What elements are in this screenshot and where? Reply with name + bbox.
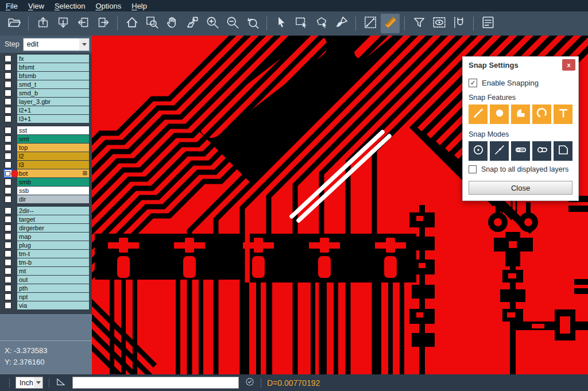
layer-row-bot[interactable]: bot⊞ [0, 169, 92, 177]
layer-checkbox[interactable] [5, 171, 10, 176]
grid-icon[interactable]: ⊞ [83, 171, 89, 176]
zoom-in-button[interactable] [203, 14, 222, 33]
angle-icon[interactable] [55, 376, 67, 390]
zoom-home-button[interactable] [122, 14, 141, 33]
layer-checkbox[interactable] [5, 302, 11, 309]
layer-checkbox[interactable] [5, 187, 11, 194]
close-icon[interactable]: x [562, 59, 575, 71]
snap-mode-contour-button[interactable] [554, 141, 572, 161]
menu-selection[interactable]: Selection [55, 2, 85, 10]
layer-row-top[interactable]: top [0, 144, 92, 152]
layer-checkbox[interactable] [5, 127, 11, 134]
zoom-dynamic-button[interactable] [183, 14, 202, 33]
layer-checkbox[interactable] [5, 55, 11, 62]
layer-row-ssb[interactable]: ssb [0, 187, 92, 195]
command-input[interactable] [72, 377, 239, 389]
menu-options[interactable]: Options [95, 2, 121, 10]
layer-checkbox[interactable] [5, 285, 11, 292]
layer-row-l3+1[interactable]: l3+1 [0, 115, 92, 123]
layer-row-l3[interactable]: l3 [0, 161, 92, 169]
layer-row-target[interactable]: target [0, 215, 92, 223]
layer-row-via[interactable]: via [0, 301, 92, 309]
layer-checkbox[interactable] [5, 136, 11, 142]
snap-mode-oblong-button[interactable] [532, 141, 551, 161]
filter-button[interactable] [409, 14, 428, 33]
report-list-button[interactable] [478, 14, 497, 33]
layer-row-tm-t[interactable]: tm-t [0, 250, 92, 258]
layer-row-bfsmb[interactable]: bfsmb [0, 72, 92, 80]
layer-row-smd_b[interactable]: smd_b [0, 89, 92, 97]
snap-all-layers-checkbox[interactable] [469, 165, 477, 173]
select-rectangle-button[interactable] [292, 14, 311, 33]
layer-checkbox[interactable] [5, 81, 11, 88]
measure-distance-button[interactable] [361, 14, 380, 33]
layer-row-plug[interactable]: plug [0, 241, 92, 249]
layer-checkbox[interactable] [5, 224, 11, 231]
pan-up-button[interactable] [33, 14, 52, 33]
zoom-previous-button[interactable] [243, 14, 262, 33]
measure-ruler-button[interactable] [381, 14, 400, 33]
layer-checkbox[interactable] [5, 98, 11, 105]
snap-mode-slot-button[interactable] [511, 141, 530, 161]
layer-row-bfsmt[interactable]: bfsmt [0, 63, 92, 71]
layer-checkbox[interactable] [5, 144, 11, 151]
refresh-check-icon[interactable] [245, 377, 255, 389]
layer-row-smd_t[interactable]: smd_t [0, 80, 92, 88]
layer-checkbox[interactable] [5, 72, 11, 79]
layer-checkbox[interactable] [5, 161, 11, 168]
layer-row-layer_3.gbr[interactable]: layer_3.gbr [0, 98, 92, 106]
layer-checkbox[interactable] [5, 153, 11, 160]
step-select[interactable]: edit [23, 38, 90, 51]
layer-row-dir[interactable]: dir [0, 195, 92, 203]
layer-row-mt[interactable]: mt [0, 267, 92, 275]
layer-checkbox[interactable] [5, 242, 11, 249]
zoom-area-button[interactable] [142, 14, 161, 33]
enable-snapping-checkbox[interactable]: ✓ [469, 79, 477, 87]
menu-file[interactable]: File [6, 2, 18, 10]
layer-checkbox[interactable] [5, 216, 11, 223]
layer-row-smt[interactable]: smt [0, 135, 92, 143]
layer-row-l2+1[interactable]: l2+1 [0, 106, 92, 114]
pan-left-button[interactable] [74, 14, 92, 33]
layer-row-out[interactable]: out [0, 276, 92, 284]
snap-feature-pad-button[interactable] [490, 104, 509, 124]
layer-checkbox[interactable] [5, 179, 11, 185]
open-file-button[interactable] [5, 14, 24, 33]
pan-down-button[interactable] [53, 14, 72, 33]
snap-feature-line-button[interactable] [469, 104, 488, 124]
snap-magnet-button[interactable] [450, 14, 469, 33]
zoom-out-button[interactable] [223, 14, 242, 33]
layer-checkbox[interactable] [5, 207, 11, 214]
layer-checkbox[interactable] [5, 196, 11, 203]
menu-view[interactable]: View [28, 2, 44, 10]
layer-checkbox[interactable] [5, 115, 11, 122]
snap-mode-point-button[interactable] [490, 141, 509, 161]
layer-row-npt[interactable]: npt [0, 293, 92, 301]
layer-checkbox[interactable] [5, 276, 11, 283]
clean-brush-button[interactable] [332, 14, 351, 33]
pan-hand-button[interactable] [163, 14, 181, 33]
layer-row-dirgerber[interactable]: dirgerber [0, 224, 92, 232]
layer-row-smb[interactable]: smb [0, 178, 92, 186]
layer-checkbox[interactable] [5, 268, 11, 274]
layer-checkbox[interactable] [5, 250, 11, 257]
layer-row-l2[interactable]: l2 [0, 152, 92, 160]
layer-row-2dir--[interactable]: 2dir-- [0, 207, 92, 215]
snap-mode-center-button[interactable] [469, 141, 488, 161]
select-cursor-button[interactable] [272, 14, 291, 33]
layer-checkbox[interactable] [5, 293, 11, 300]
dialog-titlebar[interactable]: Snap Settings x [463, 57, 578, 73]
layer-row-pth[interactable]: pth [0, 284, 92, 292]
layer-row-map[interactable]: map [0, 233, 92, 241]
snap-feature-surface-button[interactable] [511, 104, 530, 124]
layer-checkbox[interactable] [5, 64, 11, 71]
layer-checkbox[interactable] [5, 259, 11, 266]
layer-row-sst[interactable]: sst [0, 126, 92, 134]
layer-row-fx[interactable]: fx [0, 55, 92, 63]
select-polygon-button[interactable] [312, 14, 331, 33]
snap-feature-text-button[interactable] [554, 104, 572, 124]
view-options-button[interactable] [430, 14, 448, 33]
layer-checkbox[interactable] [5, 107, 11, 114]
layer-checkbox[interactable] [5, 233, 11, 240]
layer-row-tm-b[interactable]: tm-b [0, 258, 92, 266]
